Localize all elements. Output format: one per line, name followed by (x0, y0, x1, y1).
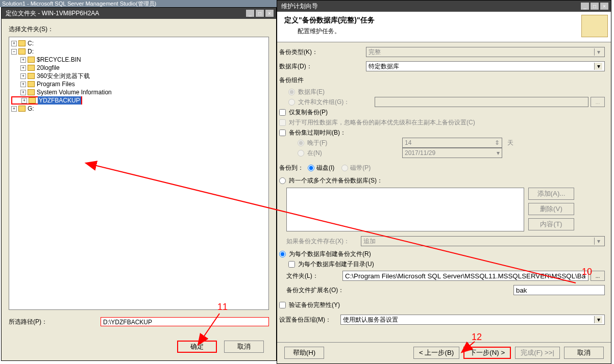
backup-type-value: 完整 (369, 48, 381, 57)
backup-to-tape-radio (341, 165, 348, 171)
folder-label: 文件夹(L)： (286, 272, 342, 280)
expire-date-value: 2017/11/29 (405, 149, 435, 157)
tree-label: D: (28, 47, 34, 56)
backup-type-label: 备份类型(K)： (279, 48, 366, 57)
tree-item-d[interactable]: − D: (11, 47, 266, 56)
folder-icon (28, 57, 35, 63)
verify-checkbox[interactable] (279, 302, 286, 308)
database-combo[interactable]: 特定数据库 ▾ (366, 61, 605, 71)
extension-label: 备份文件扩展名(O)： (286, 286, 513, 295)
maximize-button[interactable]: □ (255, 9, 264, 17)
folder-input[interactable] (342, 271, 588, 281)
wizard-title: 维护计划向导 (279, 2, 580, 11)
backup-to-tape-label: 磁带(P) (350, 164, 371, 172)
folder-browse-button[interactable]: ... (591, 271, 605, 281)
backup-to-disk-radio[interactable] (308, 165, 314, 171)
tree-label: 20logfile (37, 64, 60, 72)
contents-button: 内容(T) (528, 218, 574, 230)
dropdown-icon[interactable]: ▾ (594, 316, 602, 323)
expand-icon[interactable]: + (20, 73, 26, 79)
expire-on-label: 在(N) (307, 149, 402, 158)
wizard-body: 备份类型(K)： 完整 ▾ 数据库(D)： 特定数据库 ▾ 备份组件 数据库(E… (277, 42, 611, 342)
expire-after-label: 晚于(F) (307, 139, 402, 147)
next-button[interactable]: 下一步(N) > (463, 347, 511, 359)
extension-input[interactable] (513, 285, 605, 295)
component-db-label: 数据库(E) (298, 88, 325, 96)
tree-item-ydzfbackup[interactable]: + YDZFBACKUP (11, 96, 82, 105)
component-files-radio (288, 99, 295, 106)
tree-label: 360安全浏览器下载 (37, 72, 90, 80)
folder-dialog-titlebar: 定位文件夹 - WIN-1VM8PP6H2AA _ □ × (2, 8, 276, 19)
selected-path-input[interactable]: D:\YDZFBACKUP (101, 317, 269, 326)
cancel-button[interactable]: 取消 (564, 347, 604, 359)
help-button[interactable]: 帮助(H) (284, 347, 324, 359)
expire-date-picker: 2017/11/29 ▾ (402, 148, 502, 158)
tree-label-selected: YDZFBACKUP (38, 96, 81, 105)
backup-type-combo: 完整 ▾ (366, 47, 605, 57)
per-db-file-radio[interactable] (279, 251, 286, 257)
folder-icon (18, 106, 26, 112)
component-files-input (375, 97, 588, 107)
expand-icon[interactable]: + (11, 106, 17, 112)
database-value: 特定数据库 (369, 62, 399, 71)
app-title-text: Solution1 - Microsoft SQL Server Managem… (2, 0, 156, 8)
expire-label: 备份集过期时间(B)： (289, 128, 346, 137)
tree-item-c[interactable]: + C: (11, 39, 266, 47)
wizard-header-title: 定义"备份数据库(完整)"任务 (284, 16, 375, 25)
tree-item-g[interactable]: + G: (11, 105, 266, 113)
folder-icon (28, 89, 35, 95)
expand-icon[interactable]: + (11, 41, 17, 46)
folder-tree[interactable]: + C: − D: + $RECYCLE.BIN + 20logfile + (9, 37, 269, 310)
dropdown-icon: ▾ (594, 238, 602, 245)
backup-to-label: 备份到： (279, 164, 304, 172)
verify-label: 验证备份完整性(Y) (289, 301, 340, 309)
ok-button[interactable]: 确定 (177, 341, 217, 353)
collapse-icon[interactable]: − (11, 49, 17, 55)
close-button[interactable]: × (265, 9, 274, 17)
expire-checkbox[interactable] (279, 129, 286, 136)
dropdown-icon[interactable]: ▾ (594, 63, 602, 70)
folder-icon (29, 97, 36, 103)
expand-icon[interactable]: + (20, 90, 26, 95)
if-exists-combo: 追加 ▾ (361, 236, 605, 246)
close-button[interactable]: × (600, 2, 609, 10)
across-files-radio[interactable] (279, 177, 286, 184)
tree-label: Program Files (37, 80, 75, 88)
across-files-label: 跨一个或多个文件备份数据库(S)： (289, 176, 383, 185)
backup-to-disk-label: 磁盘(I) (316, 164, 334, 172)
minimize-button[interactable]: _ (245, 9, 255, 17)
component-files-browse: ... (591, 97, 605, 107)
cancel-button[interactable]: 取消 (224, 341, 264, 353)
compression-combo[interactable]: 使用默认服务器设置 ▾ (340, 315, 605, 325)
folder-icon (18, 40, 26, 46)
folder-icon (28, 65, 35, 71)
per-db-file-label: 为每个数据库创建备份文件(R) (289, 250, 371, 258)
wizard-titlebar: 维护计划向导 _ □ × (277, 1, 611, 12)
dropdown-icon: ▾ (594, 48, 602, 56)
expand-icon[interactable]: + (20, 65, 26, 71)
tree-label: System Volume Information (37, 88, 112, 96)
copy-only-checkbox[interactable] (279, 109, 286, 116)
tree-item[interactable]: + Program Files (11, 80, 266, 88)
component-files-label: 文件和文件组(G)： (298, 98, 375, 107)
expand-icon[interactable]: + (20, 82, 26, 87)
tree-label: $RECYCLE.BIN (37, 56, 81, 64)
tree-item[interactable]: + $RECYCLE.BIN (11, 56, 266, 64)
expand-icon[interactable]: + (20, 57, 26, 63)
folder-icon (18, 48, 26, 55)
component-db-radio (288, 89, 295, 95)
wizard-header-subtitle: 配置维护任务。 (284, 27, 375, 36)
database-label: 数据库(D)： (279, 62, 366, 71)
maximize-button[interactable]: □ (590, 2, 599, 10)
per-db-subdir-checkbox[interactable] (288, 261, 295, 268)
minimize-button[interactable]: _ (580, 2, 590, 10)
backup-files-listbox (286, 188, 524, 231)
tree-item[interactable]: + 360安全浏览器下载 (11, 72, 266, 80)
finish-button: 完成(F) >>| (515, 347, 560, 359)
tree-item[interactable]: + 20logfile (11, 64, 266, 72)
back-button[interactable]: < 上一步(B) (413, 347, 459, 359)
selected-path-label: 所选路径(P)： (9, 318, 101, 326)
tree-item[interactable]: + System Volume Information (11, 88, 266, 96)
wizard-banner-icon (581, 15, 608, 37)
expand-icon[interactable]: + (21, 98, 27, 103)
